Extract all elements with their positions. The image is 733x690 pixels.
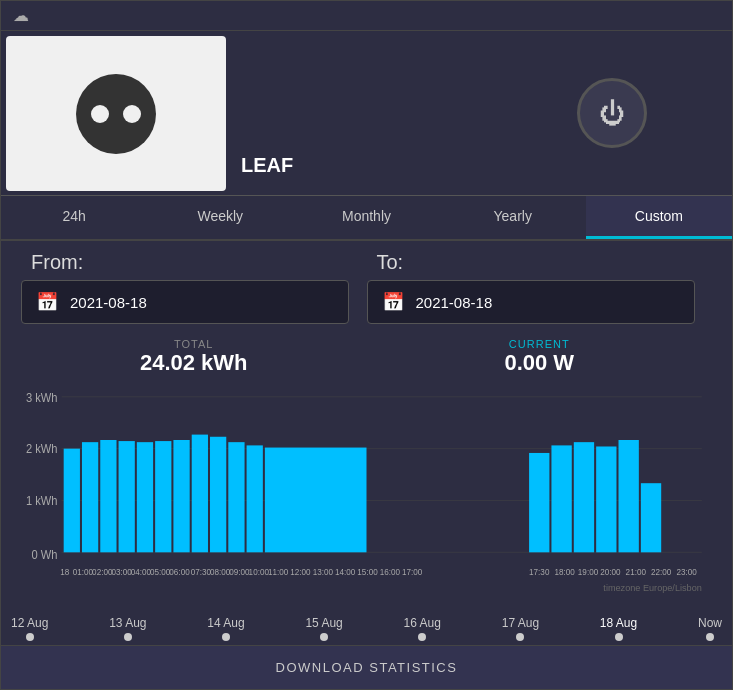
timeline-label-16aug: 16 Aug — [404, 616, 441, 630]
svg-text:19:00: 19:00 — [578, 567, 599, 577]
timeline-item-15aug[interactable]: 15 Aug — [305, 616, 342, 641]
timeline-dot-16aug — [418, 633, 426, 641]
svg-text:08:00: 08:00 — [210, 567, 231, 577]
total-stat: TOTAL 24.02 kWh — [21, 338, 367, 376]
timeline-label-12aug: 12 Aug — [11, 616, 48, 630]
device-icon-circle — [76, 74, 156, 154]
tab-custom[interactable]: Custom — [586, 196, 732, 239]
svg-text:11:00: 11:00 — [268, 567, 289, 577]
svg-text:12:00: 12:00 — [290, 567, 311, 577]
svg-rect-24 — [619, 440, 639, 552]
total-label: TOTAL — [21, 338, 367, 350]
svg-text:01:00: 01:00 — [73, 567, 94, 577]
svg-rect-18 — [247, 445, 263, 552]
svg-text:06:00: 06:00 — [169, 567, 190, 577]
timeline-item-16aug[interactable]: 16 Aug — [404, 616, 441, 641]
to-date-value: 2021-08-18 — [416, 294, 493, 311]
svg-text:17:00: 17:00 — [402, 567, 423, 577]
timeline-item-now[interactable]: Now — [698, 616, 722, 641]
timeline-dot-18aug — [615, 633, 623, 641]
svg-rect-17 — [228, 442, 244, 552]
timeline-label-now: Now — [698, 616, 722, 630]
svg-text:1 kWh: 1 kWh — [26, 495, 58, 507]
svg-text:02:00: 02:00 — [92, 567, 113, 577]
timeline-dot-14aug — [222, 633, 230, 641]
svg-rect-20 — [529, 453, 549, 552]
to-date-input[interactable]: 📅 2021-08-18 — [367, 280, 695, 324]
timeline-item-13aug[interactable]: 13 Aug — [109, 616, 146, 641]
download-statistics-button[interactable]: DOWNLOAD STATISTICS — [1, 645, 732, 689]
power-button[interactable]: ⏻ — [577, 78, 647, 148]
main-content: From: 📅 2021-08-18 To: 📅 2021-08-18 TOTA… — [1, 241, 732, 612]
svg-text:07:30: 07:30 — [191, 567, 212, 577]
chart-svg: 3 kWh 2 kWh 1 kWh 0 Wh — [21, 386, 712, 602]
from-label: From: — [21, 251, 83, 274]
timeline-item-17aug[interactable]: 17 Aug — [502, 616, 539, 641]
svg-text:0 Wh: 0 Wh — [32, 549, 58, 561]
svg-text:15:00: 15:00 — [357, 567, 378, 577]
stats-row: TOTAL 24.02 kWh CURRENT 0.00 W — [21, 338, 712, 376]
svg-text:18:00: 18:00 — [554, 567, 575, 577]
svg-text:04:00: 04:00 — [131, 567, 152, 577]
calendar-from-icon: 📅 — [36, 291, 58, 313]
svg-text:05:00: 05:00 — [150, 567, 171, 577]
svg-text:18: 18 — [60, 567, 69, 577]
to-label: To: — [367, 251, 404, 274]
svg-text:23:00: 23:00 — [676, 567, 697, 577]
svg-rect-11 — [119, 441, 135, 552]
timeline-label-14aug: 14 Aug — [207, 616, 244, 630]
svg-text:16:00: 16:00 — [380, 567, 401, 577]
power-button-container: ⏻ — [492, 31, 733, 195]
tab-24h[interactable]: 24h — [1, 196, 147, 239]
calendar-to-icon: 📅 — [382, 291, 404, 313]
svg-rect-22 — [574, 442, 594, 552]
timeline-label-13aug: 13 Aug — [109, 616, 146, 630]
timeline-dot-13aug — [124, 633, 132, 641]
current-value: 0.00 W — [367, 350, 713, 376]
svg-text:2 kWh: 2 kWh — [26, 443, 58, 455]
svg-rect-12 — [137, 442, 153, 552]
timeline-dot-15aug — [320, 633, 328, 641]
svg-text:03:00: 03:00 — [111, 567, 132, 577]
svg-text:3 kWh: 3 kWh — [26, 392, 58, 404]
tab-yearly[interactable]: Yearly — [440, 196, 586, 239]
to-group: To: 📅 2021-08-18 — [367, 251, 713, 324]
timeline-item-12aug[interactable]: 12 Aug — [11, 616, 48, 641]
date-range: From: 📅 2021-08-18 To: 📅 2021-08-18 — [21, 251, 712, 324]
tab-weekly[interactable]: Weekly — [147, 196, 293, 239]
timeline-label-18aug: 18 Aug — [600, 616, 637, 630]
timeline-item-14aug[interactable]: 14 Aug — [207, 616, 244, 641]
svg-rect-25 — [641, 483, 661, 552]
tab-monthly[interactable]: Monthly — [293, 196, 439, 239]
chart-area: 3 kWh 2 kWh 1 kWh 0 Wh — [21, 386, 712, 602]
plug-dot-right — [123, 105, 141, 123]
svg-text:timezone Europe/Lisbon: timezone Europe/Lisbon — [603, 582, 701, 593]
timeline-item-18aug[interactable]: 18 Aug — [600, 616, 637, 641]
svg-text:21:00: 21:00 — [626, 567, 647, 577]
plug-dots — [91, 105, 141, 123]
svg-rect-14 — [173, 440, 189, 552]
svg-text:17:30: 17:30 — [529, 567, 550, 577]
svg-rect-15 — [192, 435, 208, 553]
svg-rect-13 — [155, 441, 171, 552]
svg-text:13:00: 13:00 — [313, 567, 334, 577]
timeline-dot-now — [706, 633, 714, 641]
current-stat: CURRENT 0.00 W — [367, 338, 713, 376]
from-date-input[interactable]: 📅 2021-08-18 — [21, 280, 349, 324]
svg-text:20:00: 20:00 — [600, 567, 621, 577]
svg-text:22:00: 22:00 — [651, 567, 672, 577]
tabs-container: 24h Weekly Monthly Yearly Custom — [1, 196, 732, 241]
device-name: LEAF — [241, 154, 482, 185]
device-section: LEAF ⏻ — [1, 31, 732, 196]
cloud-icon: ☁ — [13, 6, 29, 25]
timeline-label-15aug: 15 Aug — [305, 616, 342, 630]
svg-text:10:00: 10:00 — [249, 567, 270, 577]
from-group: From: 📅 2021-08-18 — [21, 251, 367, 324]
svg-text:14:00: 14:00 — [335, 567, 356, 577]
svg-rect-21 — [551, 445, 571, 552]
device-info: LEAF — [231, 31, 492, 195]
app-container: ☁ LEAF ⏻ 24h Weekly Monthly Yearly Custo… — [0, 0, 733, 690]
device-image — [6, 36, 226, 191]
svg-rect-8 — [64, 449, 80, 553]
timeline-dot-17aug — [516, 633, 524, 641]
